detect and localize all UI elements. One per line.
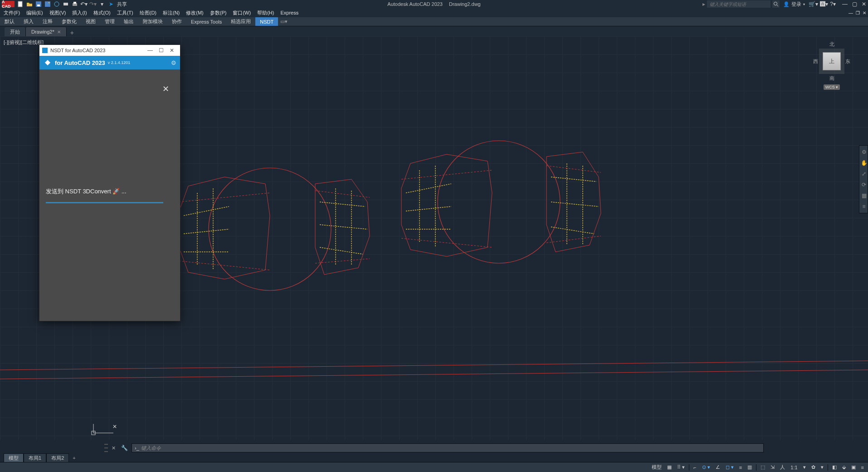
navwheel-icon[interactable]: ⚙ (860, 148, 868, 156)
tab-nsdt[interactable]: NSDT (255, 17, 278, 26)
tab-express-tools[interactable]: Express Tools (186, 17, 226, 26)
layout-1[interactable]: 布局1 (24, 453, 46, 463)
redo-icon[interactable]: ↷▾ (90, 1, 96, 7)
cart-icon[interactable]: 🛒▾ (809, 1, 818, 7)
app-badge[interactable]: A CAD (2, 1, 15, 7)
menu-file[interactable]: 文件(F) (4, 10, 20, 16)
menu-format[interactable]: 格式(O) (93, 10, 111, 16)
tab-output[interactable]: 输出 (119, 17, 138, 26)
saveas-icon[interactable] (44, 1, 51, 7)
cmd-customize-icon[interactable]: 🔧 (119, 445, 130, 451)
cmd-close-icon[interactable]: ✕ (110, 445, 117, 451)
cmd-drag-handle[interactable] (104, 444, 108, 452)
menu-insert[interactable]: 插入(I) (72, 10, 87, 16)
menu-window[interactable]: 窗口(W) (233, 10, 251, 16)
pan-icon[interactable]: ✋ (860, 159, 868, 167)
tab-view[interactable]: 视图 (81, 17, 100, 26)
qat-dropdown-icon[interactable]: ▾ (99, 1, 105, 7)
undo-icon[interactable]: ↶▾ (81, 1, 87, 7)
filetab-add[interactable]: + (67, 29, 78, 36)
tab-manage[interactable]: 管理 (100, 17, 119, 26)
new-icon[interactable] (17, 1, 24, 7)
sb-polar-icon[interactable]: ⊙ ▾ (701, 464, 712, 470)
plugin-minimize-button[interactable]: — (145, 47, 156, 54)
plugin-close-button[interactable]: ✕ (166, 47, 177, 54)
layout-add[interactable]: + (69, 454, 79, 462)
help-caret-icon[interactable]: ▸ (702, 1, 705, 7)
tab-collab[interactable]: 协作 (167, 17, 186, 26)
login-button[interactable]: 👤 登录 ▾ (781, 1, 807, 8)
sb-scale-dropdown[interactable]: ▾ (802, 464, 807, 470)
showmotion-icon[interactable]: ▦ (860, 192, 868, 199)
plugin-body-close-icon[interactable]: ✕ (162, 84, 169, 94)
search-button[interactable] (772, 0, 780, 8)
doc-minimize-button[interactable]: — (848, 10, 853, 15)
close-button[interactable]: ✕ (862, 1, 866, 7)
menu-view[interactable]: 视图(V) (49, 10, 66, 16)
save-icon[interactable] (35, 1, 42, 7)
sb-dynamic-icon[interactable]: ⇲ (769, 464, 776, 470)
menu-help[interactable]: 帮助(H) (257, 10, 274, 16)
sb-isolate-icon[interactable]: ◧ (831, 464, 838, 470)
menu-edit[interactable]: 编辑(E) (26, 10, 43, 16)
ucs-icon[interactable]: ✕ (91, 423, 118, 436)
sb-grid-icon[interactable]: ▦ (666, 464, 673, 470)
sb-snap-icon[interactable]: ⠿ ▾ (676, 464, 686, 470)
orbit-icon[interactable]: ⟳ (860, 181, 868, 188)
help-icon[interactable]: ?▾ (830, 1, 836, 7)
sb-clean-icon[interactable]: ▣ (850, 464, 857, 470)
doc-close-button[interactable]: ✕ (863, 10, 866, 15)
tab-featured[interactable]: 精选应用 (226, 17, 255, 26)
sb-gear-icon[interactable]: ✿ (810, 464, 817, 470)
menu-express[interactable]: Express (280, 10, 298, 15)
autodesk-app-icon[interactable]: 🅰▾ (820, 1, 828, 7)
sb-osnap-icon[interactable]: ◻ ▾ (724, 464, 735, 470)
menu-modify[interactable]: 修改(M) (186, 10, 204, 16)
filetab-close-icon[interactable]: ✕ (57, 30, 61, 34)
tab-annotate[interactable]: 注释 (38, 17, 57, 26)
ribbon-panel-button[interactable]: ▭▾ (280, 18, 288, 26)
sb-customize-icon[interactable]: ≡ (860, 465, 865, 470)
plot-icon[interactable] (63, 1, 69, 7)
sb-selection-icon[interactable]: ⬚ (759, 464, 766, 470)
command-input[interactable]: ›_ 键入命令 (132, 443, 764, 452)
plugin-titlebar[interactable]: NSDT for AutoCAD 2023 — ☐ ✕ (39, 45, 180, 56)
sb-hw-icon[interactable]: ⬙ (841, 464, 847, 470)
layout-model[interactable]: 模型 (4, 453, 24, 463)
minimize-button[interactable]: — (842, 1, 848, 7)
menu-annotate[interactable]: 标注(N) (163, 10, 180, 16)
print-icon[interactable] (72, 1, 78, 7)
menu-param[interactable]: 参数(P) (210, 10, 227, 16)
cube-top-face[interactable]: 上 (823, 52, 841, 70)
zoom-extents-icon[interactable]: ⤢ (860, 170, 868, 177)
filetab-drawing2[interactable]: Drawing2* ✕ (26, 27, 67, 36)
open-icon[interactable] (26, 1, 33, 7)
sb-transparency-icon[interactable]: ▥ (746, 464, 753, 470)
menu-tools[interactable]: 工具(T) (117, 10, 133, 16)
tab-insert[interactable]: 插入 (19, 17, 38, 26)
tab-parametric[interactable]: 参数化 (57, 17, 81, 26)
sb-lwt-icon[interactable]: ≡ (738, 465, 743, 470)
web-icon[interactable] (54, 1, 60, 7)
wcs-badge[interactable]: WCS ▾ (824, 84, 840, 90)
plugin-settings-icon[interactable]: ⚙ (171, 59, 176, 66)
sb-scale-label[interactable]: 1:1 (789, 465, 799, 470)
sb-angle-icon[interactable]: ∠ (714, 464, 722, 470)
sb-workspace-dropdown[interactable]: ▾ (819, 464, 825, 470)
view-cube[interactable]: 北 西 上 东 南 WCS ▾ (809, 41, 854, 100)
share-button[interactable]: 共享 (117, 1, 127, 8)
doc-restore-button[interactable]: ❐ (856, 10, 860, 15)
filetab-start[interactable]: 开始 (5, 27, 26, 36)
sb-ortho-icon[interactable]: ⌐ (692, 465, 697, 470)
send-icon[interactable]: ➤ (108, 1, 114, 7)
layout-2[interactable]: 布局2 (46, 453, 69, 463)
search-input[interactable] (707, 0, 770, 8)
nav-more-icon[interactable]: ≡ (860, 203, 868, 210)
sb-annoscale-icon[interactable]: 人 (779, 464, 786, 471)
tab-default[interactable]: 默认 (0, 17, 19, 26)
sb-model[interactable]: 模型 (650, 464, 663, 471)
maximize-button[interactable]: ▢ (852, 1, 857, 7)
tab-addins[interactable]: 附加模块 (138, 17, 167, 26)
menu-draw[interactable]: 绘图(D) (140, 10, 156, 16)
plugin-maximize-button[interactable]: ☐ (156, 47, 166, 54)
